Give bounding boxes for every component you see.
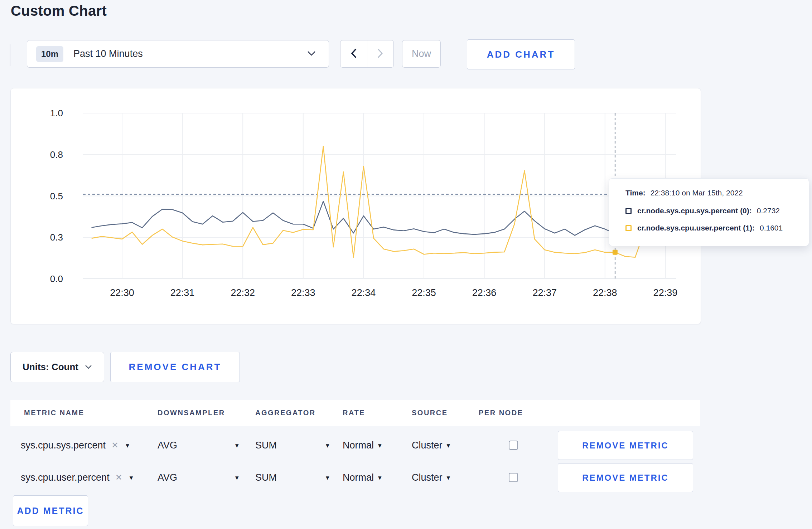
- caret-down-icon: ▾: [235, 474, 239, 482]
- rate-value: Normal: [343, 472, 374, 483]
- tooltip-series-value: 0.1601: [760, 224, 783, 232]
- caret-down-icon: ▾: [447, 474, 450, 482]
- add-metric-button[interactable]: ADD METRIC: [13, 495, 88, 526]
- units-dropdown[interactable]: Units: Count: [10, 352, 104, 382]
- next-range-button[interactable]: [367, 40, 394, 67]
- svg-text:0.3: 0.3: [50, 232, 63, 243]
- remove-metric-button[interactable]: REMOVE METRIC: [558, 431, 693, 460]
- tooltip-time-row: Time: 22:38:10 on Mar 15th, 2022: [625, 189, 743, 197]
- svg-text:22:34: 22:34: [352, 287, 376, 298]
- user-series-swatch-icon: [625, 225, 632, 231]
- tooltip-series-row: cr.node.sys.cpu.user.percent (1): 0.1601: [625, 224, 783, 232]
- clear-metric-icon[interactable]: ✕: [115, 472, 122, 482]
- downsampler-select[interactable]: AVG ▾: [158, 461, 177, 494]
- per-node-checkbox[interactable]: [509, 441, 518, 450]
- svg-text:22:38: 22:38: [593, 287, 617, 298]
- aggregator-value: SUM: [255, 472, 277, 483]
- add-chart-button[interactable]: ADD CHART: [467, 39, 575, 69]
- chevron-down-icon: [307, 51, 316, 57]
- time-window-dropdown[interactable]: 10m Past 10 Minutes: [27, 40, 329, 68]
- svg-text:22:31: 22:31: [170, 287, 195, 298]
- col-header-metric-name: METRIC NAME: [24, 400, 84, 426]
- svg-text:1.0: 1.0: [50, 108, 63, 118]
- col-header-rate: RATE: [343, 400, 365, 426]
- chart-tooltip: Time: 22:38:10 on Mar 15th, 2022 cr.node…: [609, 178, 809, 246]
- metric-row: sys.cpu.user.percent ✕ ▾ AVG ▾ SUM ▾ Nor…: [10, 461, 700, 494]
- now-button[interactable]: Now: [402, 40, 441, 68]
- aggregator-value: SUM: [255, 440, 277, 451]
- clear-metric-icon[interactable]: ✕: [111, 440, 119, 450]
- timeseries-chart[interactable]: 0.00.30.50.81.022:3022:3122:3222:3322:34…: [11, 88, 701, 324]
- col-header-source: SOURCE: [412, 400, 448, 426]
- tooltip-time-label: Time:: [625, 189, 646, 197]
- time-window-label: Past 10 Minutes: [73, 48, 143, 59]
- sys-series-swatch-icon: [625, 208, 632, 214]
- downsampler-value: AVG: [158, 472, 177, 483]
- per-node-cell: [509, 461, 518, 494]
- toolbar-left-divider: [10, 44, 10, 66]
- units-label: Units: Count: [23, 361, 78, 373]
- caret-down-icon: ▾: [326, 441, 329, 450]
- chevron-left-icon: [351, 48, 357, 60]
- metric-row: sys.cpu.sys.percent ✕ ▾ AVG ▾ SUM ▾ Norm…: [10, 429, 700, 461]
- rate-value: Normal: [343, 440, 374, 451]
- caret-down-icon[interactable]: ▾: [130, 474, 133, 482]
- metric-name-value: sys.cpu.sys.percent: [21, 440, 106, 451]
- aggregator-select[interactable]: SUM ▾: [255, 461, 277, 494]
- tooltip-series-row: cr.node.sys.cpu.sys.percent (0): 0.2732: [625, 207, 780, 215]
- caret-down-icon[interactable]: ▾: [126, 441, 129, 450]
- per-node-cell: [509, 429, 518, 461]
- chevron-down-icon: [85, 364, 92, 370]
- tooltip-series-label: cr.node.sys.cpu.sys.percent (0):: [637, 207, 752, 215]
- caret-down-icon: ▾: [235, 441, 239, 450]
- metrics-table-header: METRIC NAME DOWNSAMPLER AGGREGATOR RATE …: [10, 400, 700, 426]
- rate-select[interactable]: Normal ▾: [343, 461, 382, 494]
- svg-text:22:35: 22:35: [412, 287, 436, 298]
- tooltip-series-label: cr.node.sys.cpu.user.percent (1):: [637, 224, 755, 232]
- source-value: Cluster: [412, 472, 443, 483]
- aggregator-select[interactable]: SUM ▾: [255, 429, 277, 461]
- caret-down-icon: ▾: [326, 474, 329, 482]
- col-header-aggregator: AGGREGATOR: [255, 400, 316, 426]
- chevron-right-icon: [377, 48, 383, 60]
- tooltip-series-value: 0.2732: [757, 207, 780, 215]
- downsampler-value: AVG: [158, 440, 177, 451]
- col-header-downsampler: DOWNSAMPLER: [158, 400, 225, 426]
- col-header-per-node: PER NODE: [479, 400, 523, 426]
- metric-name-value: sys.cpu.user.percent: [21, 472, 110, 483]
- svg-text:22:33: 22:33: [291, 287, 315, 298]
- remove-metric-button[interactable]: REMOVE METRIC: [558, 463, 693, 492]
- source-select[interactable]: Cluster ▾: [412, 429, 450, 461]
- time-window-badge: 10m: [36, 46, 63, 62]
- rate-select[interactable]: Normal ▾: [343, 429, 382, 461]
- source-select[interactable]: Cluster ▾: [412, 461, 450, 494]
- time-range-pager: [340, 40, 394, 68]
- svg-text:22:39: 22:39: [653, 287, 678, 298]
- downsampler-select[interactable]: AVG ▾: [158, 429, 177, 461]
- svg-text:22:36: 22:36: [472, 287, 497, 298]
- caret-down-icon: ▾: [378, 441, 382, 450]
- svg-text:22:37: 22:37: [532, 287, 557, 298]
- per-node-checkbox[interactable]: [509, 473, 518, 482]
- caret-down-icon: ▾: [378, 474, 382, 482]
- svg-text:22:30: 22:30: [110, 287, 134, 298]
- svg-text:0.0: 0.0: [50, 273, 63, 284]
- tooltip-time-value: 22:38:10 on Mar 15th, 2022: [651, 189, 743, 197]
- svg-text:22:32: 22:32: [231, 287, 255, 298]
- source-value: Cluster: [412, 440, 443, 451]
- page-title: Custom Chart: [11, 3, 107, 19]
- metric-name-select[interactable]: sys.cpu.sys.percent ✕ ▾: [21, 429, 129, 461]
- metric-name-select[interactable]: sys.cpu.user.percent ✕ ▾: [21, 461, 133, 494]
- svg-text:0.5: 0.5: [50, 191, 63, 202]
- caret-down-icon: ▾: [447, 441, 450, 450]
- remove-chart-button[interactable]: REMOVE CHART: [110, 352, 240, 382]
- chart-card: 0.00.30.50.81.022:3022:3122:3222:3322:34…: [10, 88, 701, 324]
- svg-text:0.8: 0.8: [50, 149, 63, 160]
- previous-range-button[interactable]: [340, 40, 367, 67]
